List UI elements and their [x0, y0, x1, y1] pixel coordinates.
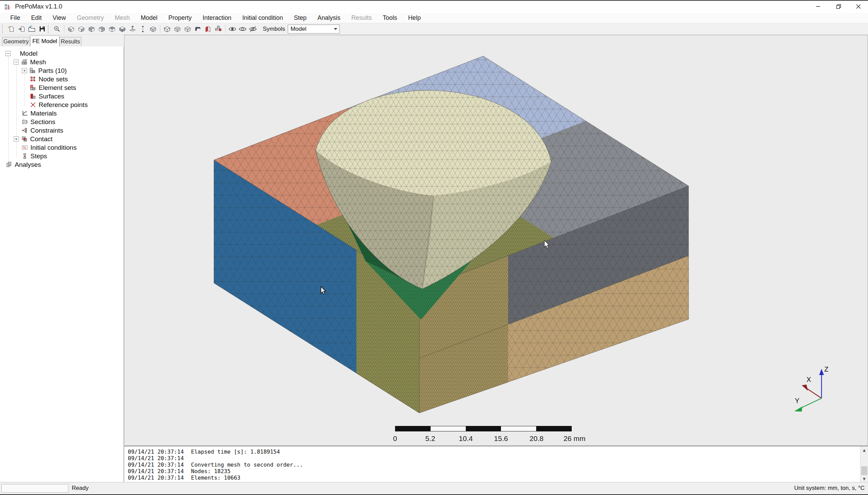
toolbar-grip[interactable]: [2, 25, 4, 33]
tree-item-label: Model: [20, 50, 38, 57]
view-bottom-button[interactable]: [117, 24, 127, 34]
tree-item-mesh[interactable]: − Mesh: [14, 58, 46, 66]
tree-item-sections[interactable]: Sections: [21, 118, 55, 126]
prepomax-window: { "window": { "title": "PrePoMax v1.1.0"…: [0, 0, 868, 495]
tree-item-reference-points[interactable]: Reference points: [29, 101, 88, 109]
show-wireframe-icon: [184, 25, 191, 33]
restore-button[interactable]: [829, 1, 848, 12]
output-log[interactable]: 09/14/21 20:37:14Elapsed time [s]: 1.818…: [124, 446, 868, 482]
tree-item-contact[interactable]: + Contact: [14, 135, 52, 143]
view-isometric-button[interactable]: [148, 24, 158, 34]
hide-faces-button[interactable]: [193, 24, 203, 34]
menu-interaction[interactable]: Interaction: [197, 13, 237, 23]
minimize-button[interactable]: [809, 1, 828, 12]
tree-item-label: Constraints: [30, 127, 63, 134]
tree-item-initial-conditions[interactable]: To Initial conditions: [21, 143, 77, 152]
scrollbar-thumb[interactable]: [861, 466, 867, 475]
hide-items-button[interactable]: [248, 24, 258, 34]
show-items-button[interactable]: [227, 24, 238, 34]
menu-results: Results: [346, 13, 377, 23]
view-right-button[interactable]: [97, 24, 107, 34]
expand-icon[interactable]: +: [22, 68, 27, 73]
view-front-button[interactable]: [66, 24, 76, 34]
menu-file[interactable]: File: [5, 13, 26, 23]
explode-view-button[interactable]: [213, 24, 223, 34]
log-scrollbar[interactable]: ▲ ▼: [860, 446, 868, 482]
constraints-icon: [21, 127, 28, 134]
menu-edit[interactable]: Edit: [26, 13, 47, 23]
model-tree-panel: − Model − Mesh + Parts (10) Node sets El…: [0, 46, 124, 482]
mesh-icon: [21, 59, 28, 66]
scale-tick-label: 20.8: [530, 434, 544, 443]
transparent-items-button[interactable]: [238, 24, 248, 34]
scale-bar-segment: [395, 426, 431, 431]
panel-tabstrip: Geometry FE Model Results: [0, 35, 124, 46]
tab-geometry[interactable]: Geometry: [2, 37, 30, 46]
menu-help[interactable]: Help: [403, 13, 426, 23]
tree-item-label: Initial conditions: [30, 144, 77, 151]
new-file-button[interactable]: [6, 24, 16, 34]
tree-item-model[interactable]: − Model: [5, 49, 38, 58]
analyses-icon: [5, 161, 12, 168]
tree-item-steps[interactable]: Steps: [21, 152, 47, 160]
show-mesh-edges-button[interactable]: [172, 24, 182, 34]
log-line: 09/14/21 20:37:14: [128, 455, 184, 461]
view-top-icon: [108, 25, 116, 33]
log-timestamp: 09/14/21 20:37:14: [128, 468, 184, 474]
section-view-button[interactable]: [203, 24, 213, 34]
hide-items-icon: [249, 26, 257, 32]
view-bottom-icon: [119, 25, 126, 33]
view-top-button[interactable]: [107, 24, 117, 34]
view-back-icon: [78, 25, 85, 33]
tree-item-parts[interactable]: + Parts (10): [22, 66, 67, 75]
transparent-items-icon: [239, 26, 247, 32]
log-message: Nodes: 18235: [191, 468, 231, 474]
view-back-button[interactable]: [76, 24, 86, 34]
log-line: 09/14/21 20:37:14Elements: 10663: [128, 474, 184, 481]
tree-item-label: Mesh: [30, 58, 46, 66]
scale-tick-label: 26 mm: [564, 434, 585, 443]
log-message: Elapsed time [s]: 1.8189154: [191, 449, 280, 455]
scale-tick-label: 15.6: [494, 434, 508, 443]
scroll-down-icon[interactable]: ▼: [860, 475, 868, 482]
open-file-button[interactable]: [16, 24, 27, 34]
viewport-3d[interactable]: Z X Y 0 5.2 10.4 15.6 20.8 26 mm: [124, 35, 868, 446]
menu-step[interactable]: Step: [288, 13, 312, 23]
status-bar: Ready Unit system: mm, ton, s, °C: [0, 482, 868, 495]
tab-fe-model[interactable]: FE Model: [30, 36, 59, 46]
toolbar-grip[interactable]: [48, 25, 50, 33]
scale-tick-label: 5.2: [425, 434, 435, 443]
toolbar-separator: [160, 25, 160, 33]
tree-item-element-sets[interactable]: Element sets: [29, 83, 76, 92]
rotate-90-button[interactable]: [138, 24, 148, 34]
tree-item-surfaces[interactable]: Surfaces: [29, 92, 64, 101]
menu-initial-condition[interactable]: Initial condition: [237, 13, 288, 23]
scroll-up-icon[interactable]: ▲: [860, 446, 868, 453]
collapse-icon[interactable]: −: [5, 51, 11, 56]
tree-item-label: Analyses: [15, 161, 41, 169]
view-normal-to-button[interactable]: [127, 24, 138, 34]
menu-property[interactable]: Property: [163, 13, 197, 23]
save-icon: [39, 26, 45, 32]
tree-item-materials[interactable]: Materials: [21, 109, 57, 118]
tree-item-analyses[interactable]: Analyses: [5, 160, 41, 169]
tree-item-constraints[interactable]: Constraints: [21, 126, 63, 135]
save-button[interactable]: [37, 24, 47, 34]
close-button[interactable]: [849, 1, 868, 12]
tree-item-node-sets[interactable]: Node sets: [29, 75, 68, 83]
show-solid-button[interactable]: [162, 24, 172, 34]
tab-results[interactable]: Results: [59, 37, 81, 46]
zoom-to-fit-button[interactable]: [52, 24, 62, 34]
import-file-button[interactable]: [27, 24, 37, 34]
menu-model[interactable]: Model: [135, 13, 163, 23]
close-icon: [856, 4, 861, 9]
menu-tools[interactable]: Tools: [377, 13, 403, 23]
symbols-dropdown[interactable]: Model: [288, 25, 340, 34]
expand-icon[interactable]: +: [14, 136, 19, 142]
show-wireframe-button[interactable]: [182, 24, 193, 34]
symbols-dropdown-value: Model: [288, 26, 306, 32]
menu-view[interactable]: View: [47, 13, 71, 23]
collapse-icon[interactable]: −: [14, 59, 19, 65]
menu-analysis[interactable]: Analysis: [312, 13, 346, 23]
view-left-button[interactable]: [86, 24, 97, 34]
